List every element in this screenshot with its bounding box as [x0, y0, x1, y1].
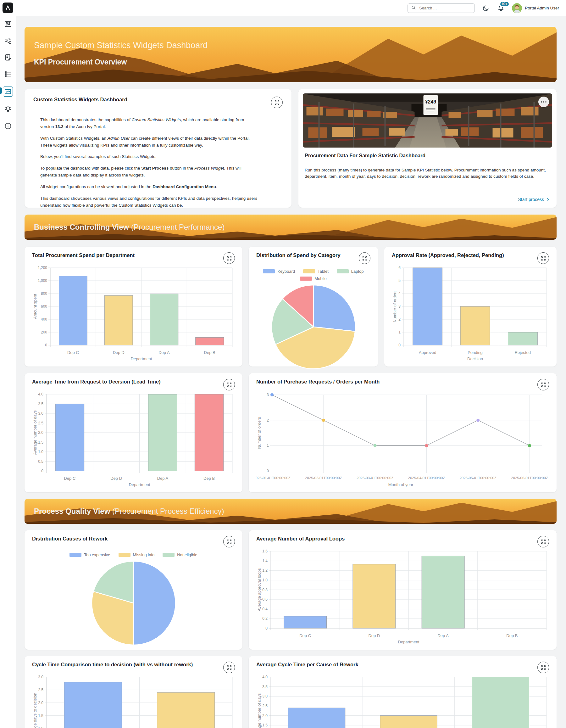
- price-tag: ¥249: [425, 99, 436, 104]
- statistic-icon: [4, 88, 12, 95]
- axonivy-logo[interactable]: [3, 3, 13, 13]
- welcome-widget: Custom Statistics Widgets Dashboard This…: [25, 89, 291, 208]
- svg-text:Dep D: Dep D: [368, 633, 380, 638]
- svg-text:0.6: 0.6: [262, 597, 268, 602]
- svg-text:0: 0: [398, 343, 401, 347]
- bar-chart-cycle-time-comparison: 00.51.01.52.02.53.0Average days to decis…: [32, 674, 235, 728]
- section-banner-business: Business Controlling View (Procurement P…: [25, 215, 557, 240]
- svg-text:0: 0: [45, 343, 47, 347]
- sidebar-item-improvements[interactable]: [4, 105, 12, 113]
- svg-text:1,000: 1,000: [38, 278, 47, 283]
- widget-lead-time: Average Time from Request to Decision (L…: [25, 373, 243, 492]
- expand-button[interactable]: [537, 379, 549, 390]
- svg-text:1.0: 1.0: [38, 726, 43, 728]
- bar-chart-cycle-time-per-cause: 00.51.01.52.02.53.03.54.0Average number …: [256, 674, 549, 728]
- svg-text:1.5: 1.5: [262, 723, 268, 727]
- dark-mode-toggle[interactable]: [482, 4, 490, 12]
- svg-text:Dep D: Dep D: [110, 476, 122, 481]
- chart-title: Approval Rate (Approved, Rejected, Pendi…: [392, 252, 504, 258]
- expand-icon: [226, 664, 233, 671]
- svg-text:Number of orders: Number of orders: [257, 417, 262, 449]
- main-content: Sample Custom Statistics Widgets Dashboa…: [16, 16, 566, 728]
- hero-banner: Sample Custom Statistics Widgets Dashboa…: [25, 27, 557, 82]
- svg-text:1.0: 1.0: [262, 578, 268, 582]
- svg-text:4: 4: [398, 291, 401, 296]
- chart-title: Average Number of Approval Loops: [256, 536, 345, 542]
- expand-icon: [226, 382, 233, 388]
- task-icon: [4, 53, 12, 61]
- sidebar-item-cases[interactable]: [4, 70, 12, 78]
- legend-item: Tablet: [303, 269, 328, 274]
- expand-button[interactable]: [359, 252, 370, 264]
- expand-button[interactable]: [537, 662, 549, 673]
- expand-icon: [540, 382, 546, 388]
- svg-text:3: 3: [267, 393, 269, 397]
- sidebar-item-dashboard[interactable]: [4, 20, 12, 28]
- chart-title: Average Cycle Time per Cause of Rework: [256, 662, 358, 668]
- page-subtitle: KPI Procurement Overview: [34, 58, 208, 66]
- search-box[interactable]: [407, 3, 475, 13]
- svg-text:2.5: 2.5: [262, 704, 268, 708]
- svg-text:Department: Department: [129, 482, 150, 487]
- portal-dashboard-page: { "topbar": { "search_placeholder": "Sea…: [0, 0, 566, 728]
- process-description: Run this process (many times) to generat…: [305, 167, 550, 180]
- svg-text:2.5: 2.5: [38, 421, 43, 425]
- expand-button[interactable]: [223, 536, 235, 547]
- intro-row: Custom Statistics Widgets Dashboard This…: [25, 89, 557, 208]
- svg-text:Dep C: Dep C: [67, 350, 79, 355]
- svg-text:200: 200: [41, 330, 47, 334]
- svg-text:800: 800: [41, 291, 47, 296]
- search-input[interactable]: [418, 5, 467, 11]
- widget-rework-causes: Distribution Causes of Rework Too expens…: [25, 530, 243, 650]
- expand-icon: [540, 255, 546, 261]
- avatar: [512, 3, 522, 13]
- expand-button[interactable]: [223, 252, 235, 264]
- svg-text:Number of orders: Number of orders: [392, 290, 397, 322]
- expand-button[interactable]: [223, 379, 235, 390]
- expand-button[interactable]: [271, 97, 283, 108]
- case-icon: [4, 70, 12, 78]
- svg-text:Dep B: Dep B: [204, 350, 216, 355]
- section-title: Process Quality View (Procurement Proces…: [34, 507, 224, 516]
- chart-title: Number of Purchase Requests / Orders per…: [256, 379, 379, 385]
- legend-item: Too expensive: [70, 552, 110, 557]
- chart-legend: Too expensiveMissing infoNot eligible: [32, 552, 235, 557]
- sidebar-item-tasks[interactable]: [4, 53, 12, 61]
- sidebar-item-info[interactable]: [4, 122, 12, 130]
- svg-text:Dep D: Dep D: [113, 350, 125, 355]
- user-menu[interactable]: Portal Admin User: [512, 3, 559, 13]
- bar-chart-lead-time: 00.51.01.52.02.53.03.54.0Dep CDep DDep A…: [32, 391, 235, 489]
- svg-text:1.5: 1.5: [38, 714, 43, 718]
- legend-item: Not eligible: [163, 552, 197, 557]
- charts-row-4: Cycle Time Comparison time to decision (…: [25, 656, 557, 728]
- sidebar-item-statistics[interactable]: [3, 87, 13, 97]
- svg-text:2.5: 2.5: [38, 688, 43, 692]
- expand-button[interactable]: [537, 536, 549, 547]
- svg-text:2.0: 2.0: [38, 430, 43, 435]
- sidebar-item-processes[interactable]: [4, 36, 12, 45]
- widget-title: Custom Statistics Widgets Dashboard: [33, 97, 127, 103]
- expand-button[interactable]: [223, 662, 235, 673]
- svg-text:2.0: 2.0: [38, 701, 43, 705]
- widget-cycle-time-per-cause: Average Cycle Time per Cause of Rework 0…: [249, 656, 557, 728]
- svg-text:2025-04-01T00:00:00Z: 2025-04-01T00:00:00Z: [408, 476, 445, 480]
- widget-cycle-time-comparison: Cycle Time Comparison time to decision (…: [25, 656, 243, 728]
- svg-text:3.5: 3.5: [262, 685, 268, 689]
- svg-text:Pending: Pending: [468, 350, 483, 355]
- notifications-button[interactable]: 99+: [497, 4, 505, 12]
- widget-spend-category: Distribution of Spend by Category Keyboa…: [249, 247, 378, 367]
- widget-approval-loops: Average Number of Approval Loops 00.20.4…: [249, 530, 557, 650]
- expand-button[interactable]: [537, 252, 549, 264]
- topbar: 99+ Portal Admin User: [0, 0, 566, 16]
- svg-text:Average number of days: Average number of days: [257, 693, 262, 728]
- start-process-link[interactable]: Start process: [518, 197, 552, 202]
- legend-item: Keyboard: [263, 269, 295, 274]
- svg-text:1.5: 1.5: [38, 440, 43, 445]
- section-banner-quality: Process Quality View (Procurement Proces…: [25, 499, 557, 524]
- svg-text:Rejected: Rejected: [515, 350, 531, 355]
- svg-text:3: 3: [398, 304, 401, 309]
- pie-chart-spend-category: KeyboardTabletLaptopMobile: [256, 265, 370, 363]
- process-widget: ¥249 Procurement Data For Sample Statist…: [298, 89, 557, 208]
- svg-text:2.0: 2.0: [262, 714, 268, 718]
- ellipsis-menu-button[interactable]: [538, 97, 549, 107]
